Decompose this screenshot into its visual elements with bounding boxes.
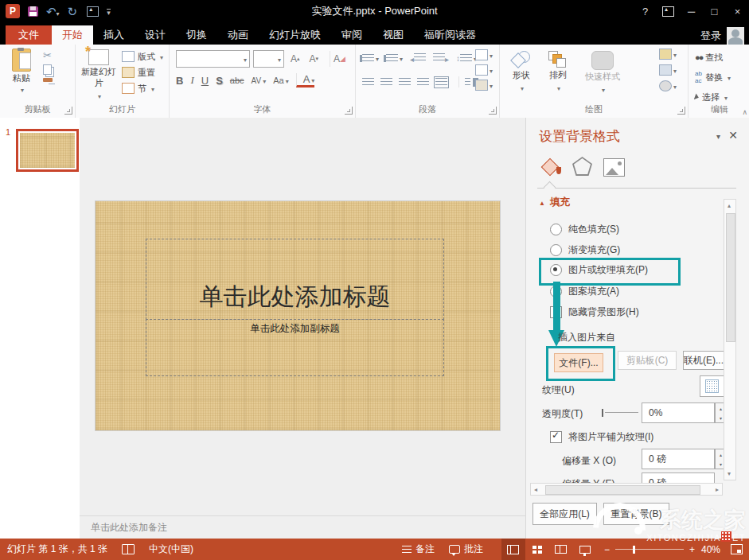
layout-button[interactable]: 版式 <box>122 49 163 64</box>
close-icon[interactable]: × <box>726 0 749 22</box>
tab-slideshow[interactable]: 幻灯片放映 <box>259 25 331 45</box>
zoom-in-icon[interactable]: + <box>689 544 695 555</box>
start-slideshow-icon[interactable] <box>87 6 99 17</box>
pane-horizontal-scrollbar[interactable]: ◂ ▸ <box>530 483 723 496</box>
scroll-right-icon[interactable]: ▸ <box>716 486 722 493</box>
bullets-button[interactable] <box>362 52 379 64</box>
bold-button[interactable]: B <box>176 75 183 87</box>
comments-toggle[interactable]: 批注 <box>442 539 490 560</box>
shape-outline-button[interactable] <box>659 64 677 76</box>
pane-vertical-scrollbar[interactable]: ▴ ▾ <box>724 199 736 480</box>
drawing-dialog-launcher[interactable] <box>677 107 685 115</box>
font-name-combo[interactable] <box>176 50 250 68</box>
tab-foxit-reader[interactable]: 福昕阅读器 <box>414 25 486 45</box>
change-case-button[interactable]: Aa <box>273 76 288 85</box>
customize-qat-icon[interactable]: ▾ <box>107 9 111 16</box>
numbering-button[interactable] <box>386 52 403 64</box>
vertical-scroll-thumb[interactable] <box>726 213 735 342</box>
increase-indent-icon[interactable]: ▸ <box>433 53 449 64</box>
picture-tab-icon[interactable] <box>603 158 625 177</box>
file-button[interactable]: 文件(F)... <box>554 353 603 372</box>
tab-view[interactable]: 视图 <box>373 25 414 45</box>
align-left-icon[interactable] <box>362 78 374 87</box>
zoom-out-icon[interactable]: − <box>604 544 610 555</box>
transparency-slider-handle[interactable] <box>602 409 603 417</box>
replace-button[interactable]: abac替换 <box>695 69 731 85</box>
align-text-button[interactable] <box>475 64 493 76</box>
shape-fill-button[interactable] <box>659 49 677 60</box>
help-icon[interactable]: ? <box>634 0 657 22</box>
subtitle-placeholder[interactable]: 单击此处添加副标题 <box>146 319 444 376</box>
language-indicator[interactable]: 中文(中国) <box>142 539 201 560</box>
section-button[interactable]: 节 <box>122 80 163 96</box>
tile-picture-checkbox[interactable] <box>550 431 562 443</box>
reset-background-button[interactable]: 重置背景(B) <box>603 503 669 525</box>
convert-smartart-button[interactable] <box>475 80 493 91</box>
format-painter-icon[interactable] <box>43 78 53 82</box>
collapse-ribbon-icon[interactable]: ∧ <box>742 108 747 116</box>
text-shadow-button[interactable]: S <box>216 75 223 87</box>
powerpoint-logo-icon[interactable]: P <box>6 4 20 18</box>
maximize-icon[interactable]: □ <box>703 0 726 22</box>
fill-tab-icon[interactable] <box>540 158 561 177</box>
arrange-button[interactable]: 排列 <box>544 51 572 94</box>
reading-view-button[interactable] <box>549 539 573 560</box>
tab-insert[interactable]: 插入 <box>93 25 135 45</box>
tab-home[interactable]: 开始 <box>52 25 93 45</box>
undo-icon[interactable]: ↶▾ <box>46 6 60 18</box>
texture-picker-button[interactable] <box>700 375 724 397</box>
align-right-icon[interactable] <box>399 78 411 87</box>
decrease-indent-icon[interactable]: ◂ <box>410 53 426 64</box>
shape-effects-button[interactable] <box>659 80 677 91</box>
fill-section-header[interactable]: ▲填充 <box>539 196 570 209</box>
scroll-up-icon[interactable]: ▴ <box>728 202 731 209</box>
paste-button[interactable]: 粘贴 <box>6 49 37 95</box>
underline-button[interactable]: U <box>201 75 209 87</box>
scroll-left-icon[interactable]: ◂ <box>531 486 537 493</box>
clipboard-source-button[interactable]: 剪贴板(C) <box>618 351 677 370</box>
tile-picture-option[interactable]: 将图片平铺为纹理(I) <box>550 430 653 443</box>
tab-transitions[interactable]: 切换 <box>176 25 217 45</box>
slide-sorter-view-button[interactable] <box>525 539 549 560</box>
save-icon[interactable] <box>28 6 38 17</box>
scroll-down-icon[interactable]: ▾ <box>728 470 731 477</box>
tab-animations[interactable]: 动画 <box>217 25 259 45</box>
strikethrough-button[interactable]: abc <box>230 76 244 85</box>
ribbon-display-options-icon[interactable] <box>657 0 680 22</box>
apply-to-all-button[interactable]: 全部应用(L) <box>532 503 597 525</box>
zoom-percent[interactable]: 40% <box>698 539 724 560</box>
zoom-slider[interactable] <box>615 549 684 550</box>
font-dialog-launcher[interactable] <box>345 107 353 115</box>
justify-icon[interactable] <box>417 78 429 87</box>
pattern-fill-option[interactable]: 图案填充(A) <box>550 285 619 298</box>
solid-fill-radio[interactable] <box>550 224 562 235</box>
gradient-fill-option[interactable]: 渐变填充(G) <box>550 243 620 256</box>
sign-in-link[interactable]: 登录 <box>700 29 721 43</box>
font-size-combo[interactable] <box>253 50 284 68</box>
online-button[interactable]: 联机(E)... <box>683 351 724 370</box>
slide-thumbnail[interactable] <box>16 129 79 172</box>
font-color-button[interactable]: A <box>296 73 315 88</box>
slide-canvas[interactable]: 单击此处添加标题 单击此处添加副标题 <box>96 201 500 430</box>
tab-design[interactable]: 设计 <box>135 25 176 45</box>
decrease-font-size-button[interactable]: A▾ <box>306 51 322 67</box>
reset-button[interactable]: 重置 <box>122 64 163 80</box>
increase-font-size-button[interactable]: A▴ <box>287 51 303 67</box>
copy-icon[interactable] <box>43 64 52 75</box>
transparency-slider-track[interactable] <box>605 412 638 413</box>
normal-view-button[interactable] <box>501 539 525 560</box>
tab-review[interactable]: 审阅 <box>331 25 373 45</box>
pane-close-icon[interactable]: ✕ <box>728 129 738 142</box>
solid-fill-option[interactable]: 纯色填充(S) <box>550 223 619 235</box>
line-spacing-button[interactable]: ↕ <box>456 52 477 64</box>
find-button[interactable]: ●●查找 <box>695 49 731 65</box>
pane-options-caret-icon[interactable]: ▾ <box>716 132 720 141</box>
cut-icon[interactable]: ✂ <box>43 49 53 61</box>
quick-styles-button[interactable]: 快速样式 <box>579 51 626 95</box>
clipboard-dialog-launcher[interactable] <box>64 107 72 115</box>
slide-counter[interactable]: 幻灯片 第 1 张，共 1 张 <box>0 539 115 560</box>
notes-toggle[interactable]: 备注 <box>395 539 442 560</box>
tab-file[interactable]: 文件 <box>6 25 52 45</box>
character-spacing-button[interactable]: AV <box>252 76 267 85</box>
distributed-icon[interactable] <box>435 78 447 87</box>
